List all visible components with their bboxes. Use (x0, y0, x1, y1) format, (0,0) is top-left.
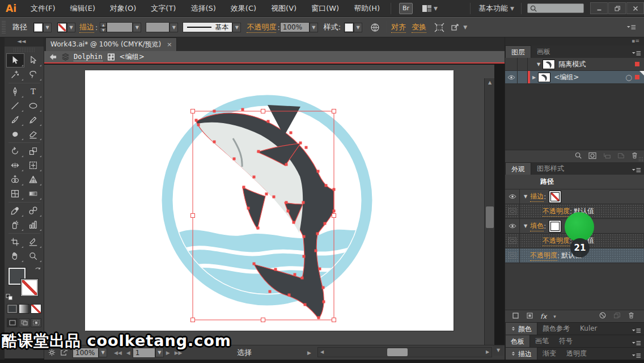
chevron-down-icon[interactable]: ▼ (170, 23, 178, 32)
scroll-right-arrow[interactable]: ▶ (484, 348, 492, 357)
anchor-point[interactable] (316, 233, 319, 235)
opacity-field[interactable]: 100% (280, 22, 310, 32)
anchor-point[interactable] (253, 176, 256, 179)
eye-icon[interactable] (509, 223, 516, 229)
new-layer-button[interactable] (617, 151, 625, 162)
breadcrumb-layer-name[interactable]: Dolphin (74, 53, 103, 61)
shelf-tab-0[interactable]: 描边 (505, 347, 537, 360)
arrange-documents-button[interactable]: ▼ (422, 4, 441, 13)
dolphin-pectoral-fin[interactable] (243, 187, 265, 229)
perspective-grid-tool[interactable] (24, 172, 43, 187)
anchor-point[interactable] (333, 210, 336, 213)
appearance-tab[interactable]: 外观 (505, 162, 531, 175)
selection-color-square[interactable] (635, 62, 639, 66)
pen-tool[interactable] (6, 85, 24, 99)
slice-tool[interactable] (24, 235, 43, 249)
opacity-link[interactable]: 不透明度 (543, 236, 570, 246)
artboard-tool[interactable] (6, 235, 24, 249)
anchor-point[interactable] (315, 250, 317, 252)
bounding-box-handle[interactable] (191, 318, 195, 322)
line-segment-tool[interactable] (6, 99, 24, 113)
workspace-switcher[interactable]: 基本功能 (478, 3, 508, 14)
vertical-scrollbar[interactable]: ▲ ▼ (484, 78, 494, 345)
disclosure-triangle[interactable]: ▶ (532, 75, 536, 80)
disclosure-triangle[interactable]: ▼ (524, 194, 527, 199)
scale-tool[interactable] (24, 144, 43, 158)
close-tab-icon[interactable]: × (167, 41, 172, 48)
bounding-box-handle[interactable] (191, 214, 195, 218)
visibility-cell[interactable] (505, 71, 518, 83)
vertical-scroll-thumb[interactable] (486, 206, 494, 228)
attribute-link[interactable]: 填色 (530, 221, 544, 231)
anchor-point[interactable] (293, 221, 295, 224)
gradient-tool[interactable] (24, 187, 43, 201)
eye-icon[interactable] (507, 75, 515, 80)
stroke-none-swatch[interactable] (550, 192, 560, 201)
appearance-tab[interactable]: 图形样式 (531, 162, 570, 175)
anchor-point[interactable] (233, 158, 236, 161)
toggle-visibility-box[interactable] (509, 252, 516, 259)
panel-resize-grip[interactable] (638, 157, 643, 162)
hide-edges-button[interactable] (450, 23, 460, 32)
gradient-button[interactable] (19, 304, 29, 314)
stroke-weight-stepper[interactable]: ▲▼ (100, 22, 107, 32)
scroll-left-arrow[interactable]: ◀ (318, 348, 326, 357)
bridge-button[interactable]: Br (399, 3, 413, 14)
close-button[interactable] (626, 2, 644, 14)
layer-thumbnail[interactable] (538, 73, 550, 82)
chevron-down-icon[interactable]: ▼ (43, 23, 52, 32)
bounding-box-handle[interactable] (332, 318, 336, 322)
add-fill-button[interactable] (526, 311, 533, 322)
anchor-point[interactable] (285, 201, 288, 204)
eyedropper-tool[interactable] (6, 204, 24, 218)
layers-tab[interactable]: 图层 (505, 45, 531, 58)
transform-panel-link[interactable]: 变换 (412, 22, 426, 33)
isolate-object-button[interactable] (434, 23, 444, 32)
lock-cell[interactable] (518, 58, 528, 70)
chevron-down-icon[interactable]: ▼ (232, 23, 241, 32)
anchor-point[interactable] (243, 186, 245, 189)
anchor-point[interactable] (269, 290, 272, 293)
fill-white-swatch[interactable] (550, 222, 560, 231)
horizontal-scroll-thumb[interactable] (387, 348, 408, 356)
appearance-panel-menu[interactable] (632, 165, 641, 176)
paintbrush-tool[interactable] (6, 113, 24, 127)
stroke-none-swatch[interactable] (57, 23, 67, 32)
anchor-point[interactable] (213, 110, 216, 113)
anchor-point[interactable] (257, 150, 260, 153)
stroke-panel-link[interactable]: 描边 (79, 22, 94, 33)
anchor-point[interactable] (303, 235, 306, 238)
shelf-tab-0[interactable]: 色板 (505, 335, 530, 347)
locate-object-button[interactable] (574, 151, 582, 162)
hand-tool[interactable] (6, 249, 24, 263)
anchor-point[interactable] (303, 255, 306, 258)
menu-f[interactable]: 文件(F) (23, 0, 63, 17)
anchor-point[interactable] (257, 227, 260, 230)
clear-appearance-button[interactable] (599, 311, 607, 322)
symbol-sprayer-tool[interactable] (6, 218, 24, 232)
bounding-box-handle[interactable] (191, 109, 195, 113)
layer-row-group[interactable]: ▶<编组>◯ (505, 71, 644, 84)
anchor-point[interactable] (333, 188, 336, 191)
eraser-tool[interactable] (24, 127, 43, 141)
shelf-tab-0[interactable]: 颜色 (505, 322, 537, 335)
anchor-point[interactable] (317, 170, 320, 173)
shelf-tab-2[interactable]: Kuler (575, 322, 603, 335)
mesh-tool[interactable] (6, 187, 24, 201)
expand-panel-icon[interactable] (511, 350, 516, 357)
toggle-visibility-box[interactable] (509, 208, 516, 214)
eye-icon[interactable] (509, 194, 516, 199)
free-transform-tool[interactable] (24, 158, 43, 172)
default-colors-icon[interactable] (6, 294, 14, 301)
minimize-button[interactable] (590, 2, 608, 14)
anchor-point[interactable] (197, 124, 200, 126)
anchor-point[interactable] (273, 196, 276, 199)
scroll-down-arrow[interactable]: ▼ (493, 345, 503, 356)
visibility-cell[interactable] (505, 234, 520, 248)
menu-s[interactable]: 选择(S) (183, 0, 223, 17)
variable-width-profile[interactable]: 基本 (183, 22, 232, 32)
chevron-down-icon[interactable]: ▼ (463, 24, 467, 30)
anchor-point[interactable] (322, 286, 325, 289)
scroll-up-arrow[interactable]: ▲ (485, 78, 494, 87)
color-button[interactable] (7, 304, 18, 314)
